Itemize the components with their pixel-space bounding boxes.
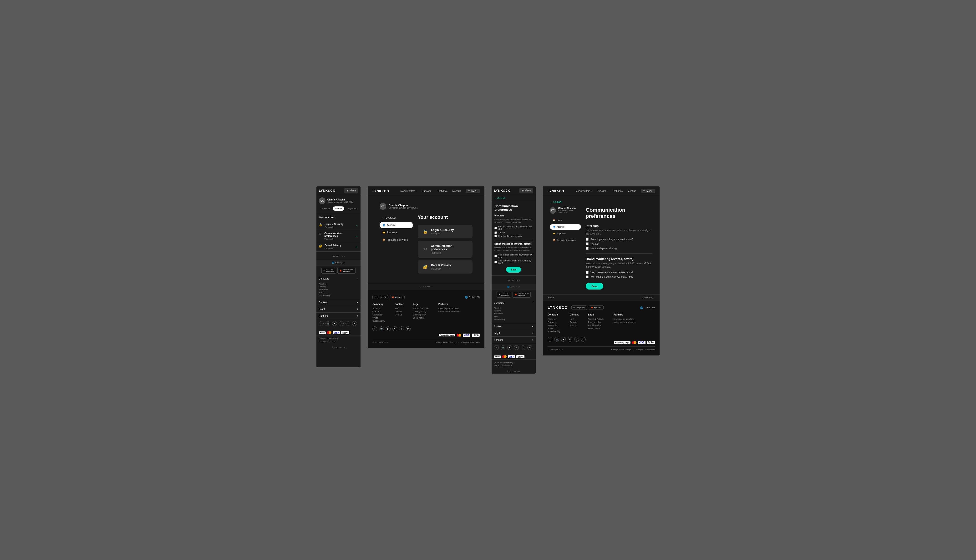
end-subscription-link[interactable]: End your subscription [461, 341, 480, 343]
help-link[interactable]: Help [394, 307, 403, 310]
sidebar-item-account[interactable]: 👤 Account [379, 222, 413, 228]
save-button[interactable]: Save [506, 267, 521, 273]
legal-header[interactable]: Legal + [316, 306, 361, 312]
youtube-icon[interactable]: ▶ [332, 321, 337, 326]
our-cars-link[interactable]: Our cars ▾ [597, 190, 608, 192]
app-store-btn[interactable]: 🍎 Download on theApp Store [338, 268, 356, 273]
global-selector[interactable]: 🌐 Global | EN [465, 296, 480, 298]
sidebar-item-products[interactable]: 📦 Products & services [550, 237, 581, 243]
newsletters-checkbox[interactable] [495, 255, 497, 257]
legal-notice-link[interactable]: Legal notice [588, 327, 604, 330]
car-checkbox[interactable] [495, 232, 497, 234]
meet-us-link[interactable]: Meet us [570, 324, 578, 327]
meet-us-link[interactable]: Meet us [394, 313, 403, 316]
privacy-link[interactable]: Privacy policy [413, 310, 429, 313]
mobility-offers-link[interactable]: Mobility offers ▾ [575, 190, 592, 192]
contact-header[interactable]: Contact + [491, 323, 536, 330]
company-header[interactable]: Company − [491, 300, 536, 306]
linkedin-icon[interactable]: in [352, 321, 357, 326]
cookie-settings-link[interactable]: Change cookie settings [612, 348, 631, 351]
tiktok-icon[interactable]: ♪ [521, 345, 525, 350]
careers-link[interactable]: Careers [319, 286, 358, 288]
about-link[interactable]: About us [494, 307, 533, 309]
instagram-icon[interactable]: 📷 [326, 321, 330, 326]
sustainability-link[interactable]: Sustainability [373, 320, 385, 322]
membership-checkbox[interactable] [586, 247, 588, 250]
sustainability-link[interactable]: Sustainability [319, 294, 358, 297]
meet-us-link[interactable]: Meet us [452, 190, 461, 192]
login-security-card[interactable]: 🔒 Login & Security Paragraph [418, 225, 473, 238]
data-privacy-card[interactable]: 🔐 Data & Privacy Paragraph [418, 260, 473, 273]
menu-button[interactable]: ☰ Menu [466, 189, 480, 193]
google-play-btn[interactable]: ▶ GET IT ONGoogle Play [496, 292, 511, 297]
to-top-link[interactable]: TO THE TOP ↑ [640, 297, 655, 299]
car-checkbox[interactable] [586, 242, 588, 245]
end-subscription-link[interactable]: End your subscription [494, 364, 533, 367]
app-store-btn[interactable]: 🍎 App Store [390, 295, 404, 299]
back-button[interactable]: ← Go back [495, 197, 533, 199]
legal-notice-link[interactable]: Legal notice [413, 317, 429, 319]
events-checkbox[interactable] [495, 227, 497, 229]
terms-link[interactable]: Terms & Policies [413, 307, 429, 310]
twitter-icon[interactable]: ✕ [339, 321, 344, 326]
tiktok-icon[interactable]: ♪ [346, 321, 350, 326]
workshops-link[interactable]: Independent workshops [438, 310, 461, 313]
newsletter-link[interactable]: Newsletter [548, 324, 560, 327]
about-link[interactable]: About us [319, 283, 358, 285]
comm-prefs-card[interactable]: ✉ Communication preferences Paragraph [418, 241, 473, 258]
to-top-link[interactable]: TO THE TOP ↑ [332, 255, 345, 257]
facebook-icon[interactable]: f [373, 327, 377, 331]
menu-button[interactable]: ☰ Menu [519, 188, 533, 193]
partners-header[interactable]: Partners + [491, 337, 536, 343]
invoicing-link[interactable]: Invoicing for suppliers [613, 318, 637, 320]
youtube-icon[interactable]: ▶ [507, 345, 512, 350]
twitter-icon[interactable]: ✕ [393, 327, 397, 331]
tab-account[interactable]: Account [333, 207, 344, 211]
press-link[interactable]: Press [319, 292, 358, 293]
sms-checkbox[interactable] [495, 261, 497, 263]
test-drive-link[interactable]: Test drive [438, 190, 448, 192]
app-store-btn[interactable]: 🍎 App Store [589, 305, 603, 310]
menu-button[interactable]: ☰ Menu [641, 189, 655, 193]
press-link[interactable]: Press [494, 315, 533, 318]
sidebar-item-products[interactable]: 📦 Products & services [379, 237, 413, 243]
tab-payments[interactable]: Payments [346, 207, 359, 211]
global-selector[interactable]: 🌐 Global | EN [491, 284, 536, 290]
global-selector[interactable]: 🌐 Global | EN [640, 307, 655, 309]
newsletter-link[interactable]: Newsletter [373, 313, 385, 316]
sidebar-item-overview[interactable]: ◻ Overview [379, 215, 413, 221]
press-link[interactable]: Press [548, 327, 560, 330]
sidebar-item-payments[interactable]: 💳 Payments [550, 231, 581, 237]
contact-link[interactable]: Contact [570, 321, 578, 323]
newsletters-checkbox[interactable] [586, 271, 588, 274]
menu-button[interactable]: ☰ Menu [344, 188, 358, 193]
press-link[interactable]: Press [373, 317, 385, 319]
tab-overview[interactable]: Overview [319, 207, 332, 211]
twitter-icon[interactable]: ✕ [568, 337, 572, 342]
sidebar-item-account[interactable]: 👤 Account [550, 224, 581, 230]
about-link[interactable]: About us [548, 318, 560, 320]
contact-header[interactable]: Contact + [316, 299, 361, 306]
contact-link[interactable]: Contact [394, 310, 403, 313]
partners-header[interactable]: Partners + [316, 313, 361, 319]
company-header[interactable]: Company − [316, 275, 361, 282]
newsletter-link[interactable]: Newsletter [319, 288, 358, 291]
mobility-offers-link[interactable]: Mobility offers ▾ [400, 190, 417, 192]
sidebar-item-home[interactable]: 🏠 Home [550, 217, 581, 223]
end-subscription-link[interactable]: End your subscription [319, 340, 358, 342]
instagram-icon[interactable]: 📷 [554, 337, 559, 342]
twitter-icon[interactable]: ✕ [514, 345, 519, 350]
global-selector[interactable]: 🌐 Global | EN [316, 260, 361, 266]
membership-checkbox[interactable] [495, 235, 497, 237]
events-checkbox[interactable] [586, 238, 588, 241]
legal-header[interactable]: Legal + [491, 330, 536, 337]
terms-link[interactable]: Terms & Policies [588, 318, 604, 320]
meet-us-link[interactable]: Meet us [627, 190, 636, 192]
careers-link[interactable]: Careers [373, 310, 385, 313]
instagram-icon[interactable]: 📷 [501, 345, 505, 350]
invoicing-link[interactable]: Invoicing for suppliers [438, 307, 461, 310]
menu-item-comm-prefs[interactable]: ✉ Communication preferences Paragraph → [316, 230, 361, 242]
careers-link[interactable]: Careers [494, 310, 533, 312]
workshops-link[interactable]: Independent workshops [613, 321, 637, 323]
youtube-icon[interactable]: ▶ [561, 337, 566, 342]
